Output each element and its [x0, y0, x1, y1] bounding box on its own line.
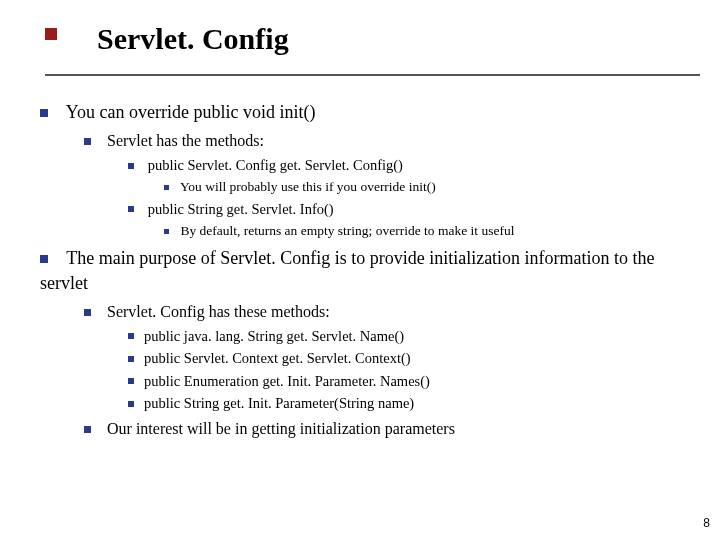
bullet-list-level3: public Servlet. Config get. Servlet. Con… — [84, 156, 690, 241]
code-text: public Servlet. Context get. Servlet. Co… — [144, 350, 411, 366]
text: By default, returns an empty string; ove… — [180, 223, 514, 238]
list-item: public String get. Servlet. Info() By de… — [128, 200, 690, 241]
list-item: public Enumeration get. Init. Parameter.… — [128, 372, 690, 392]
text: The main purpose of — [66, 248, 220, 268]
bullet-list-level4: By default, returns an empty string; ove… — [128, 222, 690, 240]
bullet-list-level4: You will probably use this if you overri… — [128, 178, 690, 196]
list-item: Servlet has the methods: public Servlet.… — [84, 130, 690, 240]
code-text: public void init() — [194, 102, 316, 122]
list-item: public Servlet. Config get. Servlet. Con… — [128, 156, 690, 197]
bullet-list-level1: You can override public void init() Serv… — [40, 100, 690, 439]
list-item: public String get. Init. Parameter(Strin… — [128, 394, 690, 414]
code-text: public Enumeration get. Init. Parameter.… — [144, 373, 430, 389]
list-item: By default, returns an empty string; ove… — [164, 222, 690, 240]
bullet-list-level3: public java. lang. String get. Servlet. … — [84, 327, 690, 414]
code-text: public String get. Init. Parameter(Strin… — [144, 395, 414, 411]
title-bullet-icon — [45, 28, 57, 40]
text: has the methods: — [152, 132, 264, 149]
code-text: public Servlet. Config get. Servlet. Con… — [148, 157, 403, 173]
list-item: You will probably use this if you overri… — [164, 178, 690, 196]
list-item: Our interest will be in getting initiali… — [84, 418, 690, 440]
code-text: Servlet. Config — [107, 303, 205, 320]
code-text: init() — [409, 179, 436, 194]
list-item: You can override public void init() Serv… — [40, 100, 690, 240]
page-number: 8 — [703, 516, 710, 530]
slide-title: Servlet. Config — [97, 22, 289, 55]
slide-title-bar: Servlet. Config — [45, 22, 700, 76]
bullet-list-level2: Servlet has the methods: public Servlet.… — [40, 130, 690, 240]
code-text: public java. lang. String get. Servlet. … — [144, 328, 404, 344]
code-text: Servlet. Config — [220, 248, 330, 268]
list-item: The main purpose of Servlet. Config is t… — [40, 246, 690, 439]
bullet-list-level2: Servlet. Config has these methods: publi… — [40, 301, 690, 439]
list-item: public java. lang. String get. Servlet. … — [128, 327, 690, 347]
list-item: public Servlet. Context get. Servlet. Co… — [128, 349, 690, 369]
list-item: Servlet. Config has these methods: publi… — [84, 301, 690, 414]
code-text: public String get. Servlet. Info() — [148, 201, 334, 217]
text: You will probably use this if you overri… — [180, 179, 409, 194]
code-text: Servlet — [107, 132, 152, 149]
text: Our interest will be in getting initiali… — [107, 420, 455, 437]
text: has these methods: — [205, 303, 330, 320]
text: You can override — [66, 102, 194, 122]
slide-content: You can override public void init() Serv… — [40, 100, 690, 445]
